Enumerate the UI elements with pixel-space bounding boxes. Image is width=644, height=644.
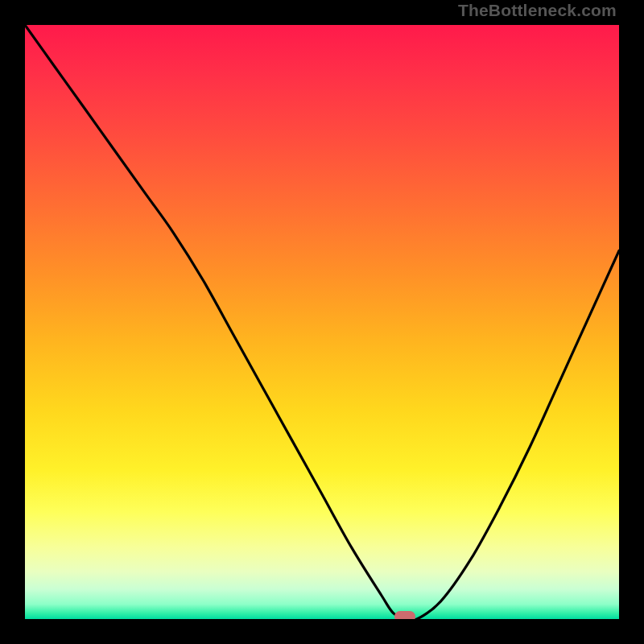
- chart-frame: TheBottleneck.com: [0, 0, 644, 644]
- watermark-text: TheBottleneck.com: [458, 1, 617, 20]
- plot-area: [25, 25, 619, 619]
- bottleneck-curve: [25, 25, 619, 619]
- curve-layer: [25, 25, 619, 619]
- optimum-marker: [394, 611, 415, 619]
